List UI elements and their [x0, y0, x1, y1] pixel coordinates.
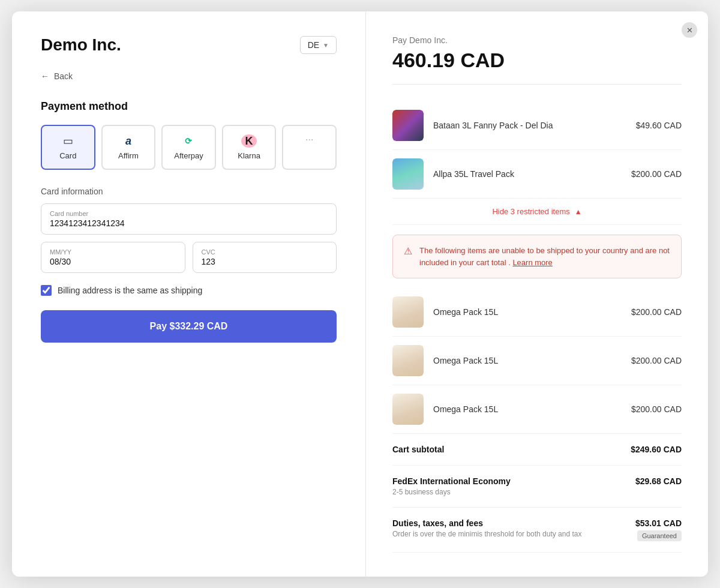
- item-name-omega-1: Omega Pack 15L: [433, 307, 622, 317]
- method-card-label: Card: [59, 151, 76, 160]
- card-number-input[interactable]: [50, 218, 328, 228]
- left-header: Demo Inc. DE ▼: [41, 35, 337, 55]
- shipping-value: $29.68 CAD: [635, 476, 682, 486]
- order-item-allpa: Allpa 35L Travel Pack $200.00 CAD: [392, 150, 682, 199]
- item-info-allpa: Allpa 35L Travel Pack: [433, 169, 622, 179]
- pay-to-label: Pay Demo Inc.: [392, 35, 682, 45]
- taxes-row: Duties, taxes, and fees Order is over th…: [392, 508, 682, 553]
- close-button[interactable]: ✕: [682, 22, 697, 38]
- cvc-label: CVC: [202, 248, 328, 256]
- back-label: Back: [54, 71, 73, 81]
- taxes-right: $53.01 CAD Guaranteed: [635, 518, 682, 541]
- order-item-fanny: Bataan 3L Fanny Pack - Del Dia $49.60 CA…: [392, 101, 682, 150]
- warning-icon: ⚠: [404, 245, 412, 257]
- arrow-left-icon: ←: [41, 71, 49, 81]
- shipping-info: FedEx International Economy 2-5 business…: [392, 476, 511, 496]
- afterpay-icon: ⟳: [185, 134, 192, 148]
- card-number-label: Card number: [50, 210, 328, 217]
- klarna-icon: K: [241, 134, 257, 148]
- language-selector[interactable]: DE ▼: [300, 36, 337, 54]
- item-price-omega-3: $200.00 CAD: [631, 404, 682, 414]
- payment-method-title: Payment method: [41, 100, 337, 113]
- company-name: Demo Inc.: [41, 35, 121, 55]
- item-image-omega-1: [392, 296, 424, 328]
- item-info-fanny: Bataan 3L Fanny Pack - Del Dia: [433, 121, 626, 130]
- item-info-omega-3: Omega Pack 15L: [433, 404, 622, 414]
- item-image-allpa: [392, 158, 424, 190]
- order-summary-panel: ✕ Pay Demo Inc. 460.19 CAD Bataan 3L Fan…: [366, 11, 708, 577]
- warning-text: The following items are unable to be shi…: [419, 245, 670, 268]
- subtotal-label: Cart subtotal: [392, 445, 444, 454]
- method-klarna[interactable]: K Klarna: [222, 125, 277, 170]
- chevron-down-icon: ▼: [323, 42, 329, 49]
- taxes-sub: Order is over the de minimis threshold f…: [392, 530, 623, 538]
- cvc-input[interactable]: [202, 257, 328, 266]
- billing-checkbox-row: Billing address is the same as shipping: [41, 285, 337, 296]
- card-icon: ▭: [63, 134, 73, 148]
- restricted-toggle[interactable]: Hide 3 restricted items ▲: [392, 199, 682, 225]
- cvc-wrapper[interactable]: CVC: [193, 242, 337, 273]
- method-affirm-label: Affirm: [118, 151, 139, 160]
- order-item-omega-2: Omega Pack 15L $200.00 CAD: [392, 337, 682, 385]
- total-amount: 460.19 CAD: [392, 49, 682, 85]
- card-section-title: Card information: [41, 187, 337, 196]
- affirm-icon: a: [125, 134, 131, 148]
- more-icon: ···: [305, 134, 313, 145]
- chevron-up-icon: ▲: [575, 208, 582, 216]
- item-price-allpa: $200.00 CAD: [631, 169, 682, 179]
- order-item-omega-1: Omega Pack 15L $200.00 CAD: [392, 288, 682, 337]
- taxes-info: Duties, taxes, and fees Order is over th…: [392, 518, 635, 538]
- payment-methods-list: ▭ Card a Affirm ⟳ Afterpay K Klarna ···: [41, 125, 337, 170]
- method-more[interactable]: ···: [282, 125, 337, 170]
- item-info-omega-1: Omega Pack 15L: [433, 307, 622, 317]
- checkout-modal: Demo Inc. DE ▼ ← Back Payment method ▭ C…: [12, 11, 708, 577]
- shipping-label: FedEx International Economy: [392, 476, 511, 486]
- item-name-allpa: Allpa 35L Travel Pack: [433, 169, 622, 179]
- item-name-fanny: Bataan 3L Fanny Pack - Del Dia: [433, 121, 626, 130]
- guaranteed-badge: Guaranteed: [637, 530, 682, 541]
- taxes-value: $53.01 CAD: [635, 518, 682, 528]
- method-afterpay-label: Afterpay: [174, 151, 203, 160]
- shipping-warning: ⚠ The following items are unable to be s…: [392, 235, 682, 278]
- billing-checkbox-label[interactable]: Billing address is the same as shipping: [58, 286, 202, 295]
- expiry-input[interactable]: [50, 257, 176, 266]
- item-price-omega-1: $200.00 CAD: [631, 307, 682, 317]
- item-image-omega-2: [392, 345, 424, 376]
- item-image-fanny: [392, 110, 424, 141]
- method-card[interactable]: ▭ Card: [41, 125, 95, 170]
- back-link[interactable]: ← Back: [41, 71, 337, 81]
- subtotal-value: $249.60 CAD: [631, 445, 682, 454]
- expiry-wrapper[interactable]: MM/YY: [41, 242, 185, 273]
- item-info-omega-2: Omega Pack 15L: [433, 356, 622, 365]
- item-name-omega-2: Omega Pack 15L: [433, 356, 622, 365]
- method-affirm[interactable]: a Affirm: [101, 125, 156, 170]
- learn-more-link[interactable]: Learn more: [512, 258, 552, 267]
- item-price-omega-2: $200.00 CAD: [631, 356, 682, 365]
- subtotal-row: Cart subtotal $249.60 CAD: [392, 434, 682, 466]
- shipping-row: FedEx International Economy 2-5 business…: [392, 466, 682, 508]
- billing-checkbox[interactable]: [41, 285, 52, 296]
- restricted-toggle-label: Hide 3 restricted items: [492, 207, 569, 216]
- item-price-fanny: $49.60 CAD: [636, 121, 682, 130]
- item-name-omega-3: Omega Pack 15L: [433, 404, 622, 414]
- method-klarna-label: Klarna: [238, 151, 260, 160]
- taxes-label: Duties, taxes, and fees: [392, 518, 623, 528]
- shipping-sub: 2-5 business days: [392, 488, 511, 496]
- payment-panel: Demo Inc. DE ▼ ← Back Payment method ▭ C…: [12, 11, 366, 577]
- language-current: DE: [308, 40, 319, 50]
- pay-button[interactable]: Pay $332.29 CAD: [41, 310, 337, 343]
- card-expiry-cvc-row: MM/YY CVC: [41, 242, 337, 273]
- card-number-wrapper[interactable]: Card number: [41, 203, 337, 235]
- expiry-label: MM/YY: [50, 248, 176, 256]
- order-item-omega-3: Omega Pack 15L $200.00 CAD: [392, 385, 682, 434]
- method-afterpay[interactable]: ⟳ Afterpay: [161, 125, 216, 170]
- item-image-omega-3: [392, 394, 424, 425]
- card-number-field: Card number: [41, 203, 337, 235]
